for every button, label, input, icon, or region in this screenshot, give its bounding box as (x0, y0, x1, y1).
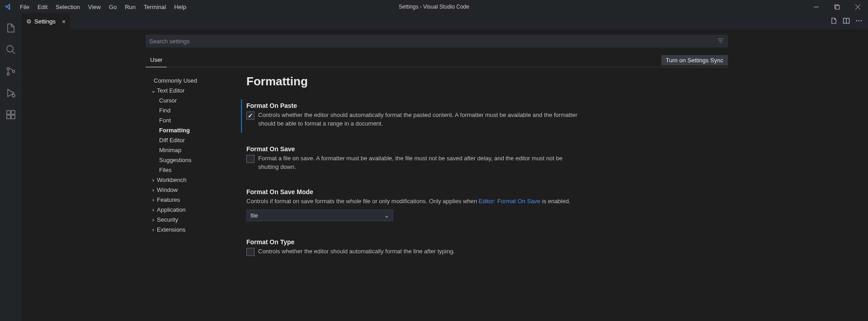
menu-file[interactable]: File (16, 0, 33, 14)
toc-formatting[interactable]: Formatting (146, 125, 238, 135)
explorer-icon[interactable] (0, 17, 22, 39)
svg-rect-8 (7, 111, 10, 114)
chevron-right-icon: › (150, 196, 157, 203)
toc-minimap[interactable]: Minimap (146, 145, 238, 155)
settings-sync-button[interactable]: Turn on Settings Sync (661, 55, 728, 65)
svg-rect-2 (835, 5, 839, 9)
svg-point-5 (7, 73, 9, 75)
setting-format-on-save-mode: Format On Save Mode Controls if format o… (246, 184, 728, 228)
settings-toc: Commonly Used ⌄Text Editor Cursor Find F… (146, 73, 238, 321)
setting-description: Format a file on save. A formatter must … (258, 154, 584, 172)
vscode-logo-icon (0, 3, 16, 10)
scope-user-tab[interactable]: User (146, 54, 167, 67)
chevron-down-icon: ⌄ (150, 87, 157, 94)
settings-search[interactable] (146, 35, 728, 47)
setting-format-on-paste: Format On Paste Controls whether the edi… (246, 98, 728, 135)
menu-help[interactable]: Help (170, 0, 190, 14)
titlebar: File Edit Selection View Go Run Terminal… (0, 0, 868, 14)
section-heading: Formatting (246, 74, 728, 88)
settings-list: Formatting Format On Paste Controls whet… (238, 73, 728, 321)
menu-view[interactable]: View (84, 0, 105, 14)
search-input[interactable] (149, 38, 717, 45)
svg-point-6 (13, 70, 15, 73)
toc-application[interactable]: ›Application (146, 205, 238, 214)
run-debug-icon[interactable] (0, 82, 22, 104)
split-editor-icon[interactable] (843, 17, 850, 26)
toc-workbench[interactable]: ›Workbench (146, 175, 238, 185)
svg-rect-9 (7, 115, 10, 119)
menu-go[interactable]: Go (105, 0, 121, 14)
dropdown-value: file (250, 212, 258, 219)
chevron-right-icon: › (150, 206, 157, 213)
svg-rect-0 (814, 7, 819, 7)
maximize-button[interactable] (826, 0, 847, 14)
search-icon[interactable] (0, 39, 22, 60)
settings-tab-icon: ⚙ (26, 18, 32, 25)
checkbox-format-on-paste[interactable] (246, 112, 255, 120)
chevron-right-icon: › (150, 216, 157, 223)
toc-diff-editor[interactable]: Diff Editor (146, 135, 238, 145)
toc-features[interactable]: ›Features (146, 195, 238, 205)
close-button[interactable] (847, 0, 868, 14)
source-control-icon[interactable] (0, 60, 22, 82)
toc-extensions[interactable]: ›Extensions (146, 224, 238, 234)
toc-security[interactable]: ›Security (146, 214, 238, 224)
setting-format-on-save: Format On Save Format a file on save. A … (246, 141, 728, 178)
setting-description: Controls if format on save formats the w… (246, 197, 572, 206)
tab-label: Settings (34, 18, 56, 25)
extensions-icon[interactable] (0, 104, 22, 126)
svg-rect-11 (11, 111, 15, 114)
toc-commonly-used[interactable]: Commonly Used (146, 75, 238, 85)
svg-point-14 (859, 20, 859, 21)
tab-bar: ⚙ Settings × (22, 14, 868, 29)
close-tab-icon[interactable]: × (62, 18, 66, 25)
window-controls (806, 0, 868, 14)
toc-font[interactable]: Font (146, 115, 238, 125)
minimize-button[interactable] (806, 0, 826, 14)
svg-point-7 (12, 94, 15, 97)
svg-point-3 (7, 46, 13, 52)
setting-format-on-type: Format On Type Controls whether the edit… (246, 234, 728, 262)
dropdown-format-on-save-mode[interactable]: file ⌄ (246, 209, 393, 221)
menubar: File Edit Selection View Go Run Terminal… (16, 0, 190, 14)
svg-point-15 (861, 20, 862, 21)
window-title: Settings - Visual Studio Code (399, 4, 469, 10)
chevron-right-icon: › (150, 226, 157, 233)
setting-title: Format On Save Mode (246, 188, 728, 195)
setting-title: Format On Paste (246, 102, 728, 109)
toc-window[interactable]: ›Window (146, 185, 238, 195)
tab-settings[interactable]: ⚙ Settings × (22, 14, 70, 29)
setting-description: Controls whether the editor should autom… (258, 111, 584, 128)
open-settings-json-icon[interactable] (830, 17, 837, 26)
svg-rect-10 (11, 115, 15, 119)
menu-edit[interactable]: Edit (33, 0, 52, 14)
svg-point-13 (856, 20, 857, 21)
setting-title: Format On Type (246, 238, 728, 246)
checkbox-format-on-save[interactable] (246, 155, 255, 163)
activity-bar (0, 14, 22, 321)
chevron-down-icon: ⌄ (384, 212, 389, 219)
toc-cursor[interactable]: Cursor (146, 95, 238, 105)
setting-description: Controls whether the editor should autom… (258, 247, 455, 256)
toc-find[interactable]: Find (146, 105, 238, 115)
menu-run[interactable]: Run (121, 0, 140, 14)
menu-terminal[interactable]: Terminal (140, 0, 170, 14)
settings-scope-row: User Turn on Settings Sync (146, 54, 728, 67)
toc-files[interactable]: Files (146, 165, 238, 175)
menu-selection[interactable]: Selection (52, 0, 84, 14)
chevron-right-icon: › (150, 177, 157, 183)
toc-text-editor[interactable]: ⌄Text Editor (146, 85, 238, 95)
checkbox-format-on-type[interactable] (246, 248, 255, 256)
link-format-on-save[interactable]: Editor: Format On Save (479, 198, 541, 205)
editor-area: ⚙ Settings × User Turn on Settings Sync (22, 14, 868, 321)
toc-suggestions[interactable]: Suggestions (146, 155, 238, 165)
settings-editor: User Turn on Settings Sync Commonly Used… (22, 29, 868, 321)
more-actions-icon[interactable] (855, 17, 863, 26)
setting-title: Format On Save (246, 145, 728, 153)
svg-point-4 (7, 68, 9, 70)
chevron-right-icon: › (150, 186, 157, 193)
filter-icon[interactable] (717, 37, 724, 46)
